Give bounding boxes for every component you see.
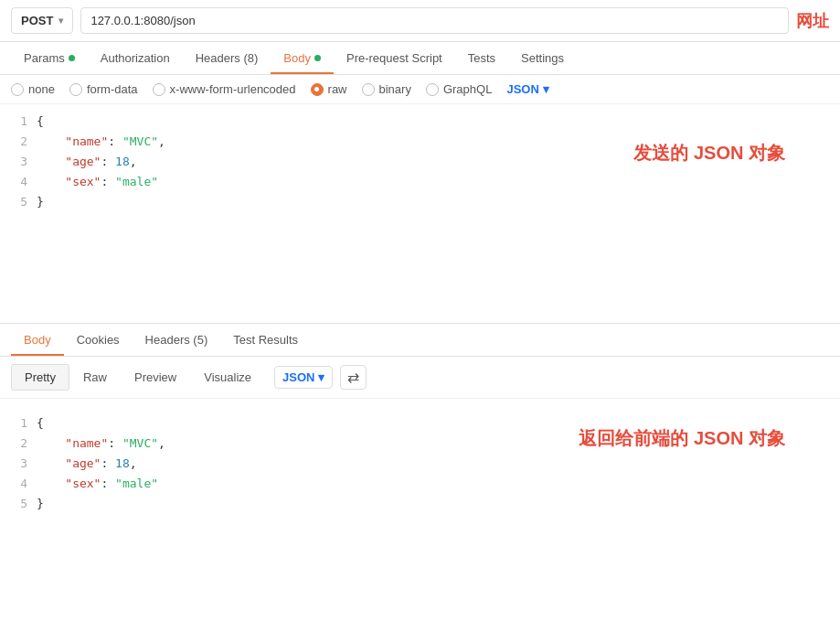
tab-tests-label: Tests bbox=[468, 51, 495, 65]
format-preview[interactable]: Preview bbox=[121, 364, 190, 391]
tab-headers-label: Headers (8) bbox=[196, 51, 259, 65]
format-bar: Pretty Raw Preview Visualize JSON ▾ ⇄ bbox=[0, 357, 840, 399]
option-urlencoded-label: x-www-form-urlencoded bbox=[170, 82, 296, 96]
resp-tab-cookies-label: Cookies bbox=[77, 333, 120, 347]
resp-tab-headers[interactable]: Headers (5) bbox=[133, 324, 221, 356]
tab-settings[interactable]: Settings bbox=[508, 42, 577, 74]
format-pretty[interactable]: Pretty bbox=[11, 364, 69, 391]
option-form-data-label: form-data bbox=[87, 82, 138, 96]
tab-body[interactable]: Body bbox=[271, 42, 334, 74]
req-line-1: { bbox=[37, 112, 840, 132]
request-line-numbers: 1 2 3 4 5 bbox=[0, 112, 37, 212]
resp-line-5: } bbox=[37, 494, 840, 514]
tab-authorization[interactable]: Authorization bbox=[88, 42, 183, 74]
req-line-4: "sex": "male" bbox=[37, 172, 840, 192]
option-raw[interactable]: raw bbox=[311, 82, 347, 96]
tab-params-label: Params bbox=[24, 51, 65, 65]
response-annotation: 返回给前端的 JSON 对象 bbox=[579, 426, 785, 451]
json-type-chevron: ▾ bbox=[543, 82, 549, 96]
req-line-5: } bbox=[37, 192, 840, 212]
response-tab-bar: Body Cookies Headers (5) Test Results bbox=[0, 324, 840, 357]
tab-params[interactable]: Params bbox=[11, 42, 88, 74]
response-json-chevron: ▾ bbox=[318, 370, 324, 384]
tab-prerequest-label: Pre-request Script bbox=[346, 51, 442, 65]
request-code-area: 1 2 3 4 5 { "name": "MVC", "age": 18, "s… bbox=[0, 104, 840, 324]
resp-tab-body-label: Body bbox=[24, 333, 51, 347]
option-binary-label: binary bbox=[379, 82, 411, 96]
url-annotation: 网址 bbox=[796, 10, 829, 32]
radio-none bbox=[11, 83, 24, 96]
option-graphql[interactable]: GraphQL bbox=[426, 82, 492, 96]
response-json-select[interactable]: JSON ▾ bbox=[274, 366, 333, 389]
tab-prerequest[interactable]: Pre-request Script bbox=[334, 42, 455, 74]
tab-tests[interactable]: Tests bbox=[455, 42, 508, 74]
option-none[interactable]: none bbox=[11, 82, 55, 96]
method-label: POST bbox=[21, 14, 53, 27]
request-tab-bar: Params Authorization Headers (8) Body Pr… bbox=[0, 42, 840, 75]
radio-form-data bbox=[69, 83, 82, 96]
option-binary[interactable]: binary bbox=[362, 82, 411, 96]
method-select[interactable]: POST ▾ bbox=[11, 7, 73, 34]
radio-graphql bbox=[426, 83, 439, 96]
radio-raw bbox=[311, 83, 324, 96]
option-raw-label: raw bbox=[328, 82, 347, 96]
response-code-area: 1 2 3 4 5 { "name": "MVC", "age": 18, "s… bbox=[0, 399, 840, 529]
response-code-content: 1 2 3 4 5 { "name": "MVC", "age": 18, "s… bbox=[0, 406, 840, 521]
resp-line-3: "age": 18, bbox=[37, 454, 840, 474]
tab-authorization-label: Authorization bbox=[101, 51, 170, 65]
tab-headers[interactable]: Headers (8) bbox=[183, 42, 271, 74]
response-line-numbers: 1 2 3 4 5 bbox=[0, 413, 37, 514]
resp-line-4: "sex": "male" bbox=[37, 474, 840, 494]
url-bar: POST ▾ 网址 bbox=[0, 0, 840, 42]
response-json-label: JSON bbox=[282, 370, 314, 384]
format-raw[interactable]: Raw bbox=[69, 364, 121, 391]
response-section: Body Cookies Headers (5) Test Results Pr… bbox=[0, 324, 840, 529]
format-visualize-label: Visualize bbox=[204, 370, 251, 384]
resp-tab-headers-label: Headers (5) bbox=[145, 333, 208, 347]
resp-tab-testresults-label: Test Results bbox=[233, 333, 298, 347]
body-dot bbox=[314, 55, 321, 61]
option-graphql-label: GraphQL bbox=[443, 82, 492, 96]
option-none-label: none bbox=[28, 82, 55, 96]
request-annotation: 发送的 JSON 对象 bbox=[633, 141, 785, 166]
body-options-bar: none form-data x-www-form-urlencoded raw… bbox=[0, 75, 840, 104]
option-urlencoded[interactable]: x-www-form-urlencoded bbox=[153, 82, 296, 96]
url-input[interactable] bbox=[80, 7, 789, 34]
format-pretty-label: Pretty bbox=[25, 370, 56, 384]
option-form-data[interactable]: form-data bbox=[69, 82, 138, 96]
radio-urlencoded bbox=[153, 83, 165, 96]
wrap-icon[interactable]: ⇄ bbox=[340, 365, 367, 390]
resp-tab-testresults[interactable]: Test Results bbox=[220, 324, 311, 356]
json-type-select[interactable]: JSON ▾ bbox=[506, 82, 548, 96]
resp-tab-body[interactable]: Body bbox=[11, 324, 64, 356]
params-dot bbox=[69, 55, 75, 61]
format-visualize[interactable]: Visualize bbox=[190, 364, 265, 391]
radio-binary bbox=[362, 83, 375, 96]
tab-body-label: Body bbox=[283, 51, 311, 65]
format-raw-label: Raw bbox=[83, 370, 107, 384]
json-type-label: JSON bbox=[506, 82, 538, 96]
resp-tab-cookies[interactable]: Cookies bbox=[64, 324, 133, 356]
method-chevron: ▾ bbox=[58, 16, 63, 26]
tab-settings-label: Settings bbox=[521, 51, 564, 65]
format-preview-label: Preview bbox=[134, 370, 176, 384]
